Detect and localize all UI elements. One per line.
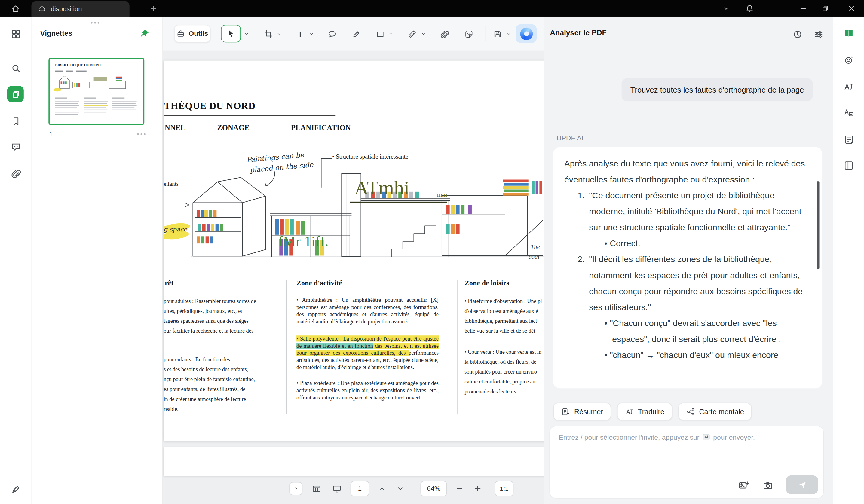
paperclip-icon — [10, 168, 21, 179]
home-button[interactable] — [9, 2, 22, 14]
expand-panel-button[interactable] — [289, 482, 302, 495]
new-tab-button[interactable] — [148, 3, 159, 13]
grid-view-button[interactable] — [310, 482, 323, 495]
zoom-out-button[interactable] — [454, 483, 465, 494]
next-page-button[interactable] — [394, 483, 406, 494]
cursor-icon — [226, 28, 236, 38]
translate-button[interactable]: Traduire — [617, 403, 672, 420]
mindmap-button[interactable]: Carte mentale — [678, 403, 752, 420]
rail-item-translate[interactable] — [843, 81, 854, 92]
translate-label: Traduire — [638, 407, 664, 415]
previous-page-button[interactable] — [376, 483, 387, 494]
thumbnails-panel: Vignettes BIBLIOTHÈQUE DU NORD — [31, 16, 162, 504]
apps-grid-icon — [10, 28, 21, 39]
chevron-down-icon — [243, 31, 250, 37]
plus-icon — [149, 4, 157, 12]
panel-drag-handle[interactable] — [91, 22, 99, 23]
sidebar-item-annotations[interactable] — [10, 141, 21, 152]
insert-image-button[interactable] — [736, 478, 751, 493]
chevron-down-icon — [421, 31, 427, 37]
plus-icon — [473, 484, 482, 493]
text-line: in de créer une atmosphère de lecture — [164, 394, 255, 404]
page-number-input[interactable] — [350, 481, 369, 496]
shape-tool-button[interactable] — [375, 29, 385, 39]
rail-item-notes[interactable] — [843, 134, 854, 145]
app-window: disposition — [0, 0, 864, 504]
svg-text:T: T — [298, 30, 302, 38]
summarize-button[interactable]: Résumer — [553, 403, 611, 420]
chat-input-card[interactable]: Entrez / pour sélectionner l'invite, app… — [549, 426, 824, 499]
close-button[interactable] — [844, 1, 859, 15]
pen-tool-button[interactable] — [351, 29, 361, 39]
crop-tool-button[interactable] — [263, 29, 273, 39]
sidebar-item-attachments[interactable] — [10, 167, 21, 179]
assistant-name: UPDF AI — [556, 134, 583, 142]
structure-note: • Structure spatiale intéressante — [332, 153, 408, 160]
presentation-mode-button[interactable] — [330, 482, 343, 495]
rail-item-translate-page[interactable] — [843, 107, 854, 118]
measure-tool-button[interactable] — [407, 29, 417, 39]
screenshot-button[interactable] — [760, 478, 775, 493]
text-tool-dropdown[interactable] — [309, 31, 314, 37]
chevron-down-icon — [396, 484, 404, 493]
save-button[interactable] — [493, 29, 503, 39]
text-tool-button[interactable]: T — [295, 29, 305, 39]
select-tool-button-active[interactable] — [221, 25, 241, 43]
zoom-level-select[interactable]: 64% — [421, 481, 447, 496]
big-annotation-underline — [350, 202, 447, 203]
close-icon — [847, 4, 855, 12]
ai-settings-button[interactable] — [812, 28, 825, 41]
toolbox-icon — [177, 29, 185, 38]
sidebar-item-search[interactable] — [10, 62, 21, 74]
tools-menu-button[interactable]: Outils — [174, 25, 211, 43]
chevron-down-icon — [721, 4, 730, 12]
crop-tool-dropdown[interactable] — [276, 31, 282, 37]
text-line: promenade des lecteurs. — [465, 387, 541, 397]
response-scrollbar[interactable] — [816, 181, 819, 269]
comment-tool-button[interactable] — [327, 29, 337, 39]
history-button[interactable] — [791, 28, 804, 41]
actual-size-button[interactable]: 1:1 — [495, 481, 514, 496]
document-tab[interactable]: disposition — [31, 1, 129, 16]
sidebar-item-thumbnails-active[interactable] — [7, 86, 24, 103]
search-icon — [10, 62, 21, 74]
measure-tool-dropdown[interactable] — [421, 31, 427, 37]
paperclip-icon — [440, 29, 450, 39]
minimize-button[interactable] — [796, 1, 810, 15]
column1-paragraph-1: pour adultes : Rassembler toutes sortes … — [164, 296, 256, 336]
home-icon — [11, 4, 20, 13]
sidebar-item-bookmarks[interactable] — [10, 115, 21, 127]
right-rail — [832, 16, 864, 504]
pin-panel-button[interactable] — [138, 28, 150, 40]
attach-tool-button[interactable] — [440, 29, 450, 39]
assistant-response-card: Après analyse du texte que vous avez fou… — [553, 147, 822, 388]
sidebar-item-signature[interactable] — [10, 483, 21, 494]
shape-tool-dropdown[interactable] — [388, 31, 394, 37]
send-button[interactable] — [786, 476, 818, 494]
ai-assistant-button-active[interactable] — [516, 24, 537, 43]
rail-item-layout[interactable] — [843, 160, 854, 171]
thumbnail-more-button[interactable] — [137, 133, 145, 135]
titlebar-collapse-button[interactable] — [720, 3, 732, 13]
sidebar-layout-icon — [843, 160, 854, 171]
page-thumbnail-1[interactable]: BIBLIOTHÈQUE DU NORD — [48, 58, 144, 125]
maximize-button[interactable] — [818, 1, 832, 15]
text-line: d'observation est aménagée aux é — [465, 306, 542, 316]
avatar[interactable] — [768, 2, 780, 13]
notifications-button[interactable] — [743, 2, 755, 14]
chat-input[interactable]: Entrez / pour sélectionner l'invite, app… — [559, 433, 755, 441]
zoom-in-button[interactable] — [472, 483, 483, 494]
placeholder-prefix: Entrez / pour sélectionner l'invite, app… — [559, 433, 699, 441]
sticker-tool-button[interactable] — [464, 29, 474, 39]
pdf-page[interactable]: BIBLIOTHÈQUE DU NORD NNEL ZONAGE PLANIFI… — [164, 61, 544, 441]
rail-item-ai-chat[interactable] — [843, 54, 854, 65]
svg-text:BIBLIOTHÈQUE DU NORD: BIBLIOTHÈQUE DU NORD — [55, 63, 101, 67]
cloud-icon — [38, 5, 46, 13]
send-plane-icon — [797, 480, 807, 490]
summarize-icon — [561, 407, 570, 416]
select-tool-dropdown[interactable] — [243, 31, 250, 37]
sidebar-item-home[interactable] — [10, 28, 21, 39]
table-view-icon — [311, 483, 322, 494]
rail-item-ai-reader-active[interactable] — [843, 28, 854, 39]
save-dropdown[interactable] — [506, 31, 512, 37]
